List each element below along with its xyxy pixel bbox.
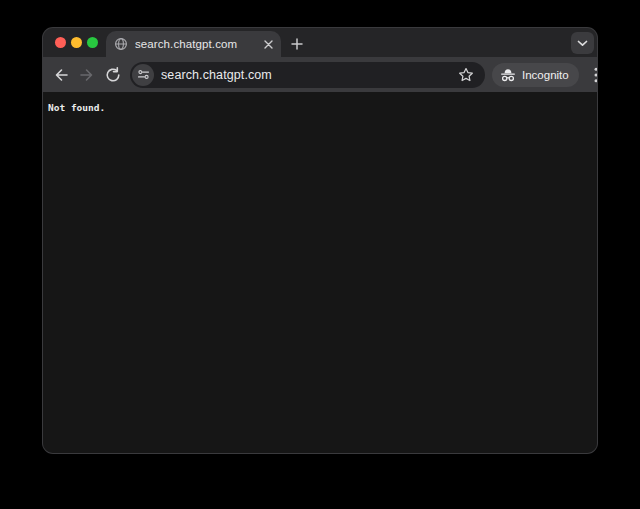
kebab-menu-icon [594, 67, 597, 83]
site-info-icon [137, 68, 150, 81]
reload-button[interactable] [100, 62, 126, 88]
browser-toolbar: search.chatgpt.com [43, 57, 597, 92]
window-minimize-button[interactable] [71, 37, 82, 48]
plus-icon [291, 38, 303, 50]
tab-strip: search.chatgpt.com [43, 28, 597, 57]
tab-search-chatgpt[interactable]: search.chatgpt.com [106, 31, 281, 57]
reload-icon [105, 67, 121, 83]
window-controls [55, 37, 98, 48]
incognito-label: Incognito [522, 69, 569, 81]
tab-close-button[interactable] [259, 35, 277, 53]
incognito-icon [500, 68, 516, 82]
site-settings-button[interactable] [132, 64, 154, 86]
tab-title: search.chatgpt.com [135, 38, 259, 50]
page-viewport: Not found. [43, 92, 597, 453]
tab-list-button[interactable] [571, 32, 594, 54]
forward-icon [79, 67, 95, 83]
browser-menu-button[interactable] [584, 62, 597, 88]
page-body-text: Not found. [48, 102, 592, 113]
back-icon [53, 67, 69, 83]
window-close-button[interactable] [55, 37, 66, 48]
globe-icon [114, 37, 128, 51]
back-button[interactable] [48, 62, 74, 88]
incognito-badge[interactable]: Incognito [492, 63, 579, 87]
address-bar[interactable]: search.chatgpt.com [130, 62, 485, 88]
bookmark-button[interactable] [458, 67, 474, 83]
browser-window: search.chatgpt.com [43, 28, 597, 453]
close-icon [264, 40, 273, 49]
forward-button[interactable] [74, 62, 100, 88]
desktop-background: search.chatgpt.com [0, 0, 640, 509]
url-text[interactable]: search.chatgpt.com [161, 68, 458, 82]
star-icon [458, 67, 474, 83]
window-zoom-button[interactable] [87, 37, 98, 48]
new-tab-button[interactable] [284, 31, 309, 56]
chevron-down-icon [577, 40, 588, 47]
